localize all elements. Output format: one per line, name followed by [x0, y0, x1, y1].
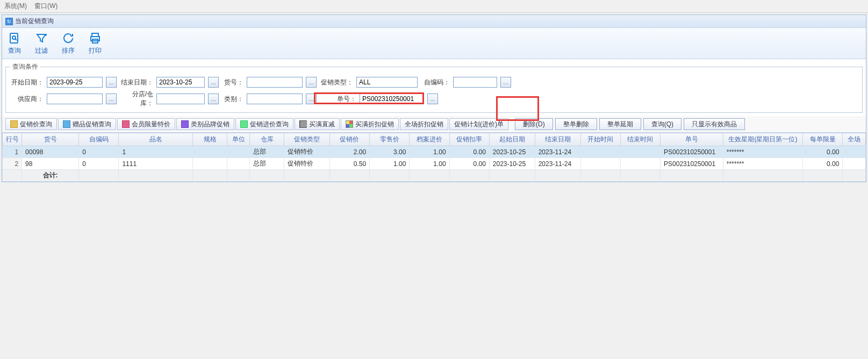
gift-icon: [63, 120, 70, 128]
titlebar: ↻ 当前促销查询: [2, 15, 866, 28]
pick-self-code[interactable]: …: [500, 77, 511, 88]
col-weekdays[interactable]: 生效星期(星期日第一位): [723, 133, 803, 146]
pick-category[interactable]: …: [306, 94, 317, 104]
menu-window[interactable]: 窗口(W): [34, 2, 58, 11]
col-pprice[interactable]: 促销价: [329, 133, 369, 146]
tab-member-limit-price[interactable]: 会员限量特价: [117, 118, 175, 130]
data-grid[interactable]: 行号货号自编码品名规格单位仓库促销类型促销价零售价档案进价促销扣率起始日期结束日…: [2, 133, 866, 182]
col-self_code[interactable]: 自编码: [79, 133, 119, 146]
col-cost[interactable]: 档案进价: [410, 133, 449, 146]
tab-label-6: 买满折扣促销: [355, 120, 394, 129]
query-button[interactable]: 查询(Q): [643, 118, 682, 130]
toolbar-sort-button[interactable]: 排序: [61, 31, 75, 55]
col-row[interactable]: 行号: [3, 133, 22, 146]
tab-label-1: 赠品促销查询: [73, 120, 111, 129]
label-supplier: 供应商：: [10, 95, 44, 104]
tab-label-7: 全场折扣促销: [405, 120, 443, 129]
tab-promo-plan-cost-order[interactable]: 促销计划(进价)单: [449, 118, 508, 130]
tab-promo-cost-query[interactable]: 促销进价查询: [235, 118, 293, 130]
table-row[interactable]: 10009801总部促销特价2.003.001.000.002023-10-25…: [3, 146, 866, 158]
input-promo-type[interactable]: [356, 77, 418, 88]
svg-line-2: [15, 39, 17, 40]
table-header-row: 行号货号自编码品名规格单位仓库促销类型促销价零售价档案进价促销扣率起始日期结束日…: [3, 133, 866, 146]
toolbar-query-label: 查询: [8, 46, 21, 55]
col-all[interactable]: 全场: [843, 133, 866, 146]
label-end-date: 结束日期：: [120, 78, 153, 87]
col-spec[interactable]: 规格: [193, 133, 227, 146]
delete-button[interactable]: 删除(D): [515, 118, 553, 130]
input-category[interactable]: [247, 94, 303, 104]
search-icon: [8, 31, 21, 45]
input-order-no[interactable]: [360, 94, 424, 104]
totals-row: 合计:: [3, 170, 866, 182]
table-row[interactable]: 29801111总部促销特价0.501.001.000.002023-10-25…: [3, 158, 866, 170]
window-title: 当前促销查询: [15, 17, 54, 26]
toolbar-query-button[interactable]: 查询: [8, 31, 21, 55]
extend-all-button[interactable]: 整单延期: [599, 118, 641, 130]
cost-icon: [240, 120, 248, 128]
tab-label-4: 促销进价查询: [250, 120, 289, 129]
pick-sku[interactable]: …: [306, 77, 317, 88]
label-promo-type: 促销类型：: [320, 78, 353, 87]
pick-end-date[interactable]: …: [208, 77, 219, 88]
col-retail[interactable]: 零售价: [370, 133, 410, 146]
main-toolbar: 查询 过滤 排序 打印: [2, 28, 866, 59]
input-self-code[interactable]: [453, 77, 497, 88]
tab-label-2: 会员限量特价: [132, 120, 170, 129]
member-icon: [122, 120, 130, 128]
print-icon: [88, 31, 102, 45]
menubar: 系统(M) 窗口(W): [0, 0, 868, 13]
pick-order-no[interactable]: …: [427, 94, 438, 104]
col-wh[interactable]: 仓库: [250, 133, 284, 146]
toolbar-filter-button[interactable]: 过滤: [34, 31, 48, 55]
col-name[interactable]: 品名: [119, 133, 193, 146]
label-order-no: 单号：: [336, 95, 356, 104]
tab-all-discount-promo[interactable]: 全场折扣促销: [400, 118, 448, 130]
toolbar-filter-label: 过滤: [35, 46, 48, 55]
pick-supplier[interactable]: …: [106, 94, 117, 104]
toolbar-print-button[interactable]: 打印: [88, 31, 102, 55]
tab-promo-price-query[interactable]: 促销价查询: [5, 118, 57, 130]
col-sdate[interactable]: 起始日期: [489, 133, 535, 146]
tab-full-discount-promo[interactable]: 买满折扣促销: [341, 118, 399, 130]
tab-label-3: 类别品牌促销: [191, 120, 229, 129]
delete-all-button[interactable]: 整单删除: [555, 118, 597, 130]
refresh-icon: [61, 31, 75, 45]
pick-start-date[interactable]: …: [106, 77, 117, 88]
col-limit[interactable]: 每单限量: [803, 133, 843, 146]
col-orderno[interactable]: 单号: [661, 133, 723, 146]
grid-icon: [346, 120, 353, 128]
data-table: 行号货号自编码品名规格单位仓库促销类型促销价零售价档案进价促销扣率起始日期结束日…: [2, 133, 866, 182]
input-supplier[interactable]: [47, 94, 103, 104]
folder-icon: [10, 120, 18, 128]
label-branch: 分店/仓库：: [120, 90, 153, 108]
barcode-icon: [299, 120, 307, 128]
tab-full-reduce[interactable]: 买满直减: [295, 118, 340, 130]
toolbar-sort-label: 排序: [62, 46, 75, 55]
col-discount[interactable]: 促销扣率: [449, 133, 489, 146]
label-self-code: 自编码：: [421, 78, 450, 87]
button-bar: 促销价查询 赠品促销查询 会员限量特价 类别品牌促销 促销进价查询 买满直减 买…: [2, 116, 866, 133]
col-stime[interactable]: 开始时间: [580, 133, 620, 146]
col-sku[interactable]: 货号: [22, 133, 79, 146]
input-sku[interactable]: [247, 77, 303, 88]
input-start-date[interactable]: [47, 77, 103, 88]
tab-category-brand-promo[interactable]: 类别品牌促销: [176, 118, 234, 130]
tab-label-0: 促销价查询: [20, 120, 52, 129]
col-etime[interactable]: 结束时间: [620, 133, 660, 146]
menu-system[interactable]: 系统(M): [4, 2, 27, 11]
label-start-date: 开始日期：: [10, 78, 44, 87]
pick-branch[interactable]: …: [208, 94, 219, 104]
query-legend: 查询条件: [10, 62, 40, 71]
tab-label-5: 买满直减: [309, 120, 335, 129]
input-branch[interactable]: [156, 94, 205, 104]
input-end-date[interactable]: [156, 77, 205, 88]
col-ptype[interactable]: 促销类型: [284, 133, 329, 146]
col-unit[interactable]: 单位: [227, 133, 249, 146]
filter-icon: [34, 31, 48, 45]
label-sku: 货号：: [222, 78, 243, 87]
show-valid-button[interactable]: 只显示有效商品: [684, 118, 745, 130]
col-edate[interactable]: 结束日期: [535, 133, 580, 146]
tab-gift-promo-query[interactable]: 赠品促销查询: [58, 118, 116, 130]
tab-label-8: 促销计划(进价)单: [454, 120, 504, 129]
